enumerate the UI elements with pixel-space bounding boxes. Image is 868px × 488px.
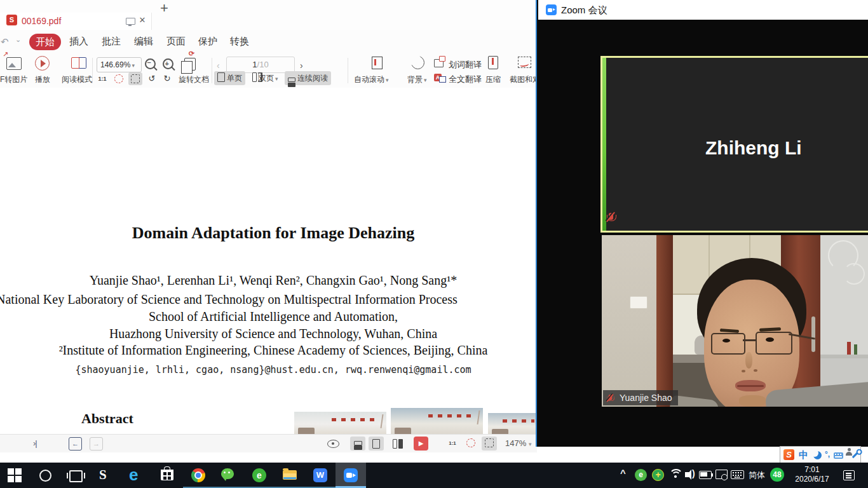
wifi-icon[interactable] (669, 469, 682, 482)
back-view-icon[interactable]: ← (69, 437, 82, 451)
pdf-to-image-icon[interactable] (6, 57, 22, 70)
toolbar-divider (212, 58, 212, 83)
rotate-document-label[interactable]: 旋转文档 (179, 74, 209, 85)
s-app-icon[interactable]: S (99, 467, 107, 483)
menu-tab-edit[interactable]: 编辑 (134, 36, 153, 48)
status-zoom-level[interactable]: 147% ▾ (505, 438, 531, 448)
zoom-title-bar[interactable]: Zoom 会议 (538, 0, 868, 20)
action-center-icon[interactable] (843, 470, 855, 480)
double-layout-toggle[interactable] (387, 437, 402, 451)
wechat-icon[interactable] (221, 468, 234, 479)
participant-video-tile[interactable]: Yuanjie Shao (602, 235, 868, 407)
play-icon[interactable] (35, 56, 50, 71)
pdf-to-image-label[interactable]: F转图片 (0, 74, 27, 85)
fullwidth-moon-icon[interactable] (813, 451, 822, 459)
door-handle (811, 316, 815, 352)
zoom-level-select[interactable]: 146.69% (97, 57, 142, 72)
word-translate-icon[interactable] (434, 59, 444, 67)
read-mode-icon[interactable] (71, 57, 79, 69)
fit-width-icon (131, 74, 140, 83)
read-mode-label[interactable]: 阅读模式 (62, 74, 92, 85)
fit-width-toggle[interactable] (128, 72, 142, 85)
actual-size-toggle[interactable]: 1:1 (445, 437, 460, 451)
cortana-icon[interactable] (39, 470, 51, 482)
zoom-in-icon[interactable] (163, 58, 173, 69)
glasses-lens (711, 333, 745, 355)
ime-settings-wrench-icon[interactable] (852, 451, 859, 458)
fit-page-toggle[interactable] (112, 72, 126, 85)
chinese-mode-toggle[interactable]: 中 (799, 449, 808, 461)
active-speaker-tile[interactable]: Zhiheng Li (600, 56, 868, 233)
microsoft-store-icon[interactable] (161, 470, 173, 480)
previous-page-icon[interactable]: ‹ (217, 60, 220, 71)
360-browser-icon[interactable]: e (252, 468, 266, 482)
tray-expand-chevron[interactable]: ^ (620, 468, 626, 478)
edge-browser-icon[interactable]: e (129, 465, 138, 485)
single-page-toggle[interactable]: 单页 (214, 71, 245, 85)
file-explorer-icon[interactable] (283, 470, 297, 480)
sogou-logo-icon[interactable]: S (783, 449, 794, 460)
auto-scroll-label[interactable]: 自动滚动 (354, 74, 389, 85)
tray-status-badge[interactable]: 48 (770, 468, 784, 482)
pdf-document-tab[interactable]: S 00169.pdf ✕ (0, 13, 152, 30)
play-label[interactable]: 播放 (35, 74, 50, 85)
zoom-app-icon[interactable] (344, 468, 358, 482)
full-translate-icon[interactable]: A (434, 74, 442, 81)
background-moon-icon[interactable] (411, 56, 424, 69)
continuous-layout-toggle[interactable] (350, 437, 365, 451)
word-translate-label[interactable]: 划词翻译 (449, 59, 482, 71)
actual-size-toggle[interactable]: 1:1 (95, 72, 109, 85)
rotate-right-icon[interactable]: ↻ (160, 72, 174, 85)
volume-icon[interactable] (685, 472, 689, 477)
wps-office-icon[interactable]: W (313, 468, 327, 482)
continuous-reading-toggle[interactable]: 连续阅读 (285, 71, 331, 85)
compress-label[interactable]: 压缩 (485, 74, 501, 85)
tray-plus-icon[interactable]: + (652, 469, 664, 481)
soft-keyboard-icon[interactable] (834, 452, 843, 459)
menu-tab-protect[interactable]: 保护 (198, 36, 217, 48)
eye-protection-icon[interactable] (327, 440, 339, 448)
next-page-icon[interactable]: › (300, 60, 303, 71)
battery-icon[interactable] (699, 471, 712, 479)
single-layout-toggle[interactable] (369, 437, 384, 451)
menu-tab-convert[interactable]: 转换 (230, 36, 249, 48)
menu-tab-comment[interactable]: 批注 (102, 36, 121, 48)
screenshot-icon[interactable] (518, 57, 531, 68)
background-label[interactable]: 背景 (407, 74, 427, 85)
rotate-left-icon[interactable]: ↺ (145, 72, 159, 85)
skin-icon[interactable] (846, 452, 852, 456)
continuous-icon (288, 78, 295, 82)
taskbar-clock[interactable]: 7:01 2020/6/17 (790, 465, 834, 484)
menu-tab-insert[interactable]: 插入 (69, 36, 88, 48)
display-cast-icon[interactable] (715, 470, 728, 479)
zoom-out-icon[interactable] (145, 58, 156, 69)
new-tab-button[interactable]: + (160, 0, 168, 17)
pdf-file-icon: S (6, 15, 17, 25)
task-view-icon[interactable] (69, 470, 83, 482)
presentation-mode-icon[interactable] (126, 18, 135, 25)
forward-view-icon[interactable]: → (90, 437, 103, 451)
tray-360-icon[interactable]: e (635, 469, 647, 481)
presentation-play-button[interactable]: ▶ (414, 437, 428, 451)
toolbar-options-caret-icon[interactable]: ⌄ (15, 36, 21, 44)
fit-page-toggle[interactable] (463, 437, 478, 451)
rotate-document-icon[interactable] (184, 58, 196, 71)
last-page-icon[interactable]: ›| (33, 438, 37, 448)
start-button-icon[interactable] (8, 468, 22, 482)
pdf-reader-window: S 00169.pdf ✕ + ↶ ⌄ 开始 插入 批注 编辑 页面 保护 转换… (0, 0, 537, 463)
menu-tab-home[interactable]: 开始 (29, 34, 61, 50)
chrome-icon[interactable] (191, 468, 205, 482)
tab-close-icon[interactable]: ✕ (137, 15, 147, 25)
menu-tab-page[interactable]: 页面 (166, 36, 186, 48)
full-translate-label[interactable]: 全文翻译 (449, 74, 482, 85)
double-page-toggle[interactable]: 双页 (249, 71, 281, 85)
touch-keyboard-icon[interactable] (731, 470, 744, 479)
compress-icon[interactable] (488, 56, 498, 69)
participant-name: Yuanjie Shao (620, 393, 672, 403)
auto-scroll-icon[interactable] (372, 57, 383, 69)
punctuation-toggle[interactable]: °, (825, 450, 830, 459)
fit-width-toggle[interactable] (482, 437, 497, 451)
undo-icon[interactable]: ↶ (1, 36, 9, 48)
flag (477, 410, 480, 424)
ime-language-indicator[interactable]: 简体 (749, 470, 765, 481)
